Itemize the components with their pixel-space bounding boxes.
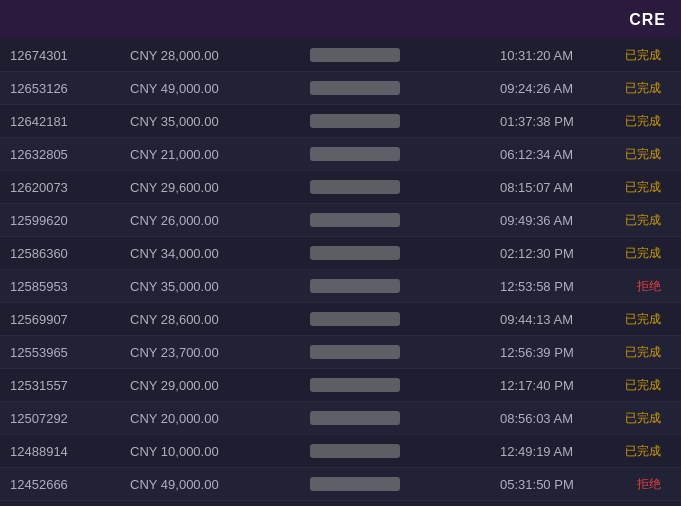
- table-row[interactable]: 12569907CNY 28,600.0009:44:13 AM已完成: [0, 303, 681, 336]
- redacted-bar: [310, 213, 400, 227]
- row-status: 已完成: [620, 212, 671, 229]
- row-id: 12553965: [10, 345, 130, 360]
- redacted-bar: [310, 246, 400, 260]
- row-amount: CNY 35,000.00: [130, 279, 310, 294]
- row-status: 已完成: [620, 80, 671, 97]
- table-row[interactable]: 12642181CNY 35,000.0001:37:38 PM已完成: [0, 105, 681, 138]
- row-id: 12569907: [10, 312, 130, 327]
- redacted-bar: [310, 114, 400, 128]
- row-time: 09:24:26 AM: [490, 81, 620, 96]
- row-redacted: [310, 147, 490, 161]
- row-redacted: [310, 345, 490, 359]
- redacted-bar: [310, 312, 400, 326]
- redacted-bar: [310, 411, 400, 425]
- brand-label: CRE: [629, 11, 666, 29]
- row-amount: CNY 49,000.00: [130, 477, 310, 492]
- redacted-bar: [310, 279, 400, 293]
- table-row[interactable]: 12585953CNY 35,000.0012:53:58 PM拒绝: [0, 270, 681, 303]
- row-status: 已完成: [620, 443, 671, 460]
- row-id: 12507292: [10, 411, 130, 426]
- row-id: 12586360: [10, 246, 130, 261]
- row-id: 12674301: [10, 48, 130, 63]
- row-id: 12632805: [10, 147, 130, 162]
- row-amount: CNY 34,000.00: [130, 246, 310, 261]
- row-redacted: [310, 279, 490, 293]
- row-time: 12:17:40 PM: [490, 378, 620, 393]
- table-row[interactable]: 12599620CNY 26,000.0009:49:36 AM已完成: [0, 204, 681, 237]
- table-row[interactable]: 12674301CNY 28,000.0010:31:20 AM已完成: [0, 39, 681, 72]
- table-row[interactable]: 12586360CNY 34,000.0002:12:30 PM已完成: [0, 237, 681, 270]
- row-status: 已完成: [620, 47, 671, 64]
- row-redacted: [310, 180, 490, 194]
- row-status: 已完成: [620, 377, 671, 394]
- row-amount: CNY 29,000.00: [130, 378, 310, 393]
- row-amount: CNY 49,000.00: [130, 81, 310, 96]
- table-row[interactable]: 12451713CNY 49,600.0002:26:17 PM拒绝: [0, 501, 681, 506]
- redacted-bar: [310, 345, 400, 359]
- row-amount: CNY 28,000.00: [130, 48, 310, 63]
- row-amount: CNY 26,000.00: [130, 213, 310, 228]
- row-status: 拒绝: [620, 476, 671, 493]
- table-row[interactable]: 12488914CNY 10,000.0012:49:19 AM已完成: [0, 435, 681, 468]
- row-status: 已完成: [620, 311, 671, 328]
- row-id: 12585953: [10, 279, 130, 294]
- row-status: 已完成: [620, 179, 671, 196]
- row-id: 12531557: [10, 378, 130, 393]
- row-status: 已完成: [620, 344, 671, 361]
- redacted-bar: [310, 444, 400, 458]
- table-row[interactable]: 12653126CNY 49,000.0009:24:26 AM已完成: [0, 72, 681, 105]
- table-container: 12674301CNY 28,000.0010:31:20 AM已完成12653…: [0, 39, 681, 506]
- row-time: 12:49:19 AM: [490, 444, 620, 459]
- row-redacted: [310, 444, 490, 458]
- row-status: 已完成: [620, 113, 671, 130]
- row-id: 12452666: [10, 477, 130, 492]
- row-amount: CNY 35,000.00: [130, 114, 310, 129]
- table-row[interactable]: 12507292CNY 20,000.0008:56:03 AM已完成: [0, 402, 681, 435]
- row-redacted: [310, 246, 490, 260]
- row-amount: CNY 21,000.00: [130, 147, 310, 162]
- row-redacted: [310, 312, 490, 326]
- redacted-bar: [310, 477, 400, 491]
- row-amount: CNY 28,600.00: [130, 312, 310, 327]
- header-bar: CRE: [0, 0, 681, 39]
- row-id: 12599620: [10, 213, 130, 228]
- row-time: 09:44:13 AM: [490, 312, 620, 327]
- table-row[interactable]: 12620073CNY 29,600.0008:15:07 AM已完成: [0, 171, 681, 204]
- row-time: 12:53:58 PM: [490, 279, 620, 294]
- redacted-bar: [310, 81, 400, 95]
- row-time: 08:15:07 AM: [490, 180, 620, 195]
- row-time: 01:37:38 PM: [490, 114, 620, 129]
- row-id: 12620073: [10, 180, 130, 195]
- row-status: 已完成: [620, 146, 671, 163]
- table-row[interactable]: 12632805CNY 21,000.0006:12:34 AM已完成: [0, 138, 681, 171]
- row-amount: CNY 29,600.00: [130, 180, 310, 195]
- row-time: 08:56:03 AM: [490, 411, 620, 426]
- row-amount: CNY 20,000.00: [130, 411, 310, 426]
- row-time: 09:49:36 AM: [490, 213, 620, 228]
- row-redacted: [310, 114, 490, 128]
- row-status: 已完成: [620, 410, 671, 427]
- row-id: 12653126: [10, 81, 130, 96]
- row-time: 10:31:20 AM: [490, 48, 620, 63]
- row-time: 12:56:39 PM: [490, 345, 620, 360]
- row-time: 05:31:50 PM: [490, 477, 620, 492]
- row-redacted: [310, 378, 490, 392]
- redacted-bar: [310, 147, 400, 161]
- row-time: 06:12:34 AM: [490, 147, 620, 162]
- table-row[interactable]: 12452666CNY 49,000.0005:31:50 PM拒绝: [0, 468, 681, 501]
- row-time: 02:12:30 PM: [490, 246, 620, 261]
- row-amount: CNY 23,700.00: [130, 345, 310, 360]
- table-row[interactable]: 12531557CNY 29,000.0012:17:40 PM已完成: [0, 369, 681, 402]
- row-amount: CNY 10,000.00: [130, 444, 310, 459]
- row-redacted: [310, 477, 490, 491]
- row-redacted: [310, 48, 490, 62]
- row-redacted: [310, 213, 490, 227]
- row-status: 已完成: [620, 245, 671, 262]
- row-id: 12642181: [10, 114, 130, 129]
- table-row[interactable]: 12553965CNY 23,700.0012:56:39 PM已完成: [0, 336, 681, 369]
- row-status: 拒绝: [620, 278, 671, 295]
- row-redacted: [310, 411, 490, 425]
- redacted-bar: [310, 48, 400, 62]
- row-id: 12488914: [10, 444, 130, 459]
- redacted-bar: [310, 180, 400, 194]
